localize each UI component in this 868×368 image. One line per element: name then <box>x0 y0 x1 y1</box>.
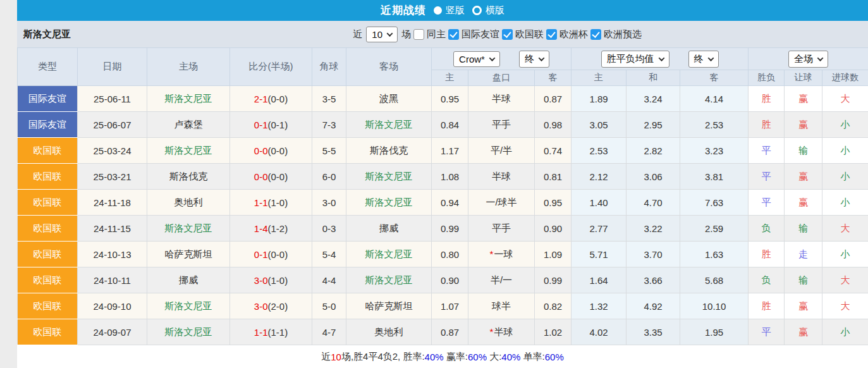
radio-unchecked-icon[interactable] <box>472 6 482 15</box>
avg-draw-odds: 3.66 <box>627 267 680 293</box>
results-body: 国际友谊25-06-11斯洛文尼亚2-1(0-0)3-5波黑0.95半球0.87… <box>18 86 868 345</box>
radio-checked-icon[interactable] <box>434 6 442 15</box>
match-type-badge: 欧国联 <box>18 216 78 242</box>
result-wdl: 平 <box>749 138 785 164</box>
page-title: 近期战绩 <box>381 3 426 18</box>
avg-metric-select-value: 胜平负均值 <box>607 53 654 65</box>
odds-away: 0.74 <box>535 138 572 164</box>
avg-away-odds: 4.14 <box>680 86 749 112</box>
result-wdl: 负 <box>749 267 785 293</box>
result-select-group: 全场 <box>749 48 868 70</box>
avg-home-odds: 1.89 <box>572 86 627 112</box>
odds-time-select-value: 终 <box>525 53 534 65</box>
match-score: 2-1(0-0) <box>230 86 312 112</box>
odds-away: 0.82 <box>535 293 572 319</box>
table-row: 欧国联24-11-15斯洛文尼亚1-4(1-2)0-3挪威0.99平手0.902… <box>18 216 868 242</box>
avg-home-odds: 1.40 <box>572 190 627 216</box>
result-goals: 小 <box>822 242 868 267</box>
filter-controls: 近 10 场 同主 国际友谊 欧国联 欧洲杯 欧洲预选 <box>351 27 643 42</box>
header-home: 主场 <box>147 48 230 86</box>
odds-away: 0.95 <box>535 190 572 216</box>
competition-checkbox-friendly[interactable] <box>448 29 459 40</box>
match-date: 24-11-18 <box>78 190 147 216</box>
match-score: 0-0(0-0) <box>230 164 312 190</box>
match-score: 0-0(0-0) <box>230 138 312 164</box>
odds-home: 0.94 <box>432 190 468 216</box>
competition-checkbox-euro[interactable] <box>546 29 557 40</box>
odds-away: 1.09 <box>535 242 572 267</box>
home-team: 斯洛文尼亚 <box>147 293 230 319</box>
home-team: 卢森堡 <box>147 112 230 138</box>
odds-away: 0.87 <box>535 86 572 112</box>
avg-away-odds: 10.10 <box>680 293 749 319</box>
match-date: 25-06-11 <box>78 86 147 112</box>
avg-home-odds: 3.05 <box>572 112 627 138</box>
corner-score: 4-4 <box>312 267 346 293</box>
avg-away-odds: 3.23 <box>680 138 749 164</box>
competition-checkbox-euro-qualifiers[interactable] <box>590 29 601 40</box>
odds-time-select[interactable]: 终 <box>519 51 549 68</box>
avg-time-select[interactable]: 终 <box>688 51 719 68</box>
summary-text-segment: 单率: <box>520 351 544 363</box>
result-goals: 大 <box>822 216 868 242</box>
home-team: 斯洛文尼亚 <box>147 138 230 164</box>
match-type-badge: 欧国联 <box>18 190 78 216</box>
avg-metric-select[interactable]: 胜平负均值 <box>601 51 669 68</box>
match-score: 0-1(0-1) <box>230 112 312 138</box>
odds-home: 0.90 <box>432 267 468 293</box>
match-type-badge: 欧国联 <box>18 319 78 345</box>
handicap-line: 半/一 <box>468 267 535 293</box>
away-team: 奥地利 <box>346 319 432 345</box>
summary-text-segment: 10 <box>331 352 341 362</box>
layout-radio-vertical[interactable]: 竖版 <box>434 4 465 16</box>
results-table: 类型 日期 主场 比分(半场) 角球 客场 Crow* 终 <box>17 47 868 345</box>
avg-draw-odds: 3.06 <box>627 164 680 190</box>
match-date: 25-03-21 <box>78 164 147 190</box>
avg-home-odds: 2.12 <box>572 164 627 190</box>
summary-text-segment: 40% <box>501 352 520 362</box>
corner-score: 6-0 <box>312 164 346 190</box>
odds-home: 0.99 <box>432 216 468 242</box>
competition-checkbox-nations-league[interactable] <box>502 29 513 40</box>
match-score: 3-0(1-0) <box>230 267 312 293</box>
subheader-avg-home: 主 <box>572 70 627 86</box>
away-team: 斯洛文尼亚 <box>346 164 432 190</box>
summary-text-segment: 60% <box>545 352 564 362</box>
result-wdl: 负 <box>749 216 785 242</box>
games-label: 场 <box>401 28 411 40</box>
recent-count-value: 10 <box>372 29 382 40</box>
match-date: 24-10-11 <box>78 267 147 293</box>
avg-home-odds: 2.53 <box>572 138 627 164</box>
bookmaker-select[interactable]: Crow* <box>453 51 500 67</box>
away-team: 斯洛文尼亚 <box>346 112 432 138</box>
odds-home: 0.87 <box>432 319 468 345</box>
result-goals: 小 <box>822 190 868 216</box>
table-row: 欧国联24-10-11挪威3-0(1-0)4-4斯洛文尼亚0.90半/一0.99… <box>18 267 868 293</box>
radio-label-vertical: 竖版 <box>446 4 465 16</box>
recent-count-select[interactable]: 10 <box>366 27 398 42</box>
layout-radio-horizontal[interactable]: 横版 <box>472 4 504 16</box>
match-type-badge: 国际友谊 <box>18 112 78 138</box>
table-row: 国际友谊25-06-11斯洛文尼亚2-1(0-0)3-5波黑0.95半球0.87… <box>18 86 868 112</box>
result-goals: 小 <box>822 319 868 345</box>
competition-label-euro-qualifiers: 欧洲预选 <box>604 28 642 40</box>
match-type-badge: 欧国联 <box>18 242 78 267</box>
away-team: 波黑 <box>346 86 432 112</box>
home-team: 斯洛文尼亚 <box>147 319 230 345</box>
avg-away-odds: 1.95 <box>680 319 749 345</box>
avg-select-group: 胜平负均值 终 <box>572 48 749 70</box>
result-scope-select[interactable]: 全场 <box>788 51 828 68</box>
corner-score: 3-0 <box>312 190 346 216</box>
corner-score: 5-0 <box>312 293 346 319</box>
competition-label-friendly: 国际友谊 <box>462 28 499 40</box>
table-row: 欧国联25-03-21斯洛伐克0-0(0-0)6-0斯洛文尼亚1.08半球0.8… <box>18 164 868 190</box>
avg-time-select-value: 终 <box>694 53 704 65</box>
result-handicap: 输 <box>785 138 822 164</box>
team-name: 斯洛文尼亚 <box>23 28 71 40</box>
same-home-checkbox[interactable] <box>413 29 424 40</box>
summary-text-segment: 40% <box>425 352 444 362</box>
odds-home: 1.07 <box>432 293 468 319</box>
title-bar: 近期战绩 竖版 横版 <box>17 0 868 21</box>
summary-footer: 近10场,胜4平4负2, 胜率:40% 赢率:60% 大:40% 单率:60% <box>17 345 868 368</box>
avg-draw-odds: 3.24 <box>627 86 680 112</box>
